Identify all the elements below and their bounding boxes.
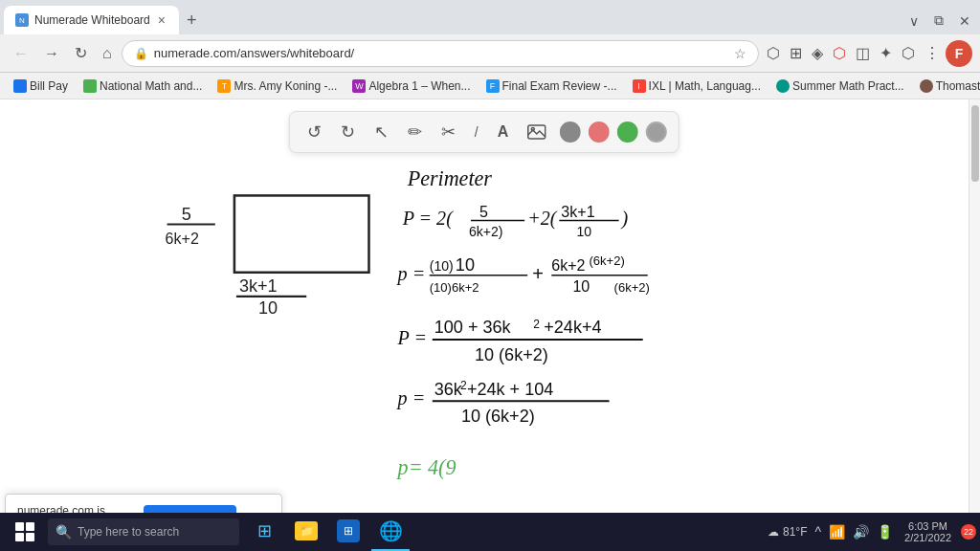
clock-time: 6:03 PM [908, 520, 947, 532]
svg-text:(10): (10) [430, 258, 454, 274]
svg-text:P = 2(: P = 2( [402, 208, 455, 230]
bookmark-summer-math[interactable]: Summer Math Pract... [770, 77, 910, 95]
weather-widget[interactable]: ☁ 81°F [768, 525, 807, 539]
undo-button[interactable]: ↺ [301, 118, 327, 146]
browser-toolbar-icons: ⬡ ⊞ ◈ ⬡ ◫ ✦ ⬡ ⋮ F [763, 40, 972, 67]
svg-text:6k+2): 6k+2) [469, 224, 503, 239]
new-tab-button[interactable]: + [179, 6, 205, 34]
whiteboard[interactable]: ↺ ↻ ↖ ✏ ✂ / A [0, 99, 969, 551]
ext1-button[interactable]: ✦ [876, 40, 896, 66]
bookmark-thomastik[interactable]: Thomastik-Infeld C... [914, 77, 980, 95]
bookmark-label: Final Exam Review -... [502, 79, 617, 93]
svg-text:36k: 36k [434, 380, 463, 399]
more-button[interactable]: ⋮ [921, 40, 944, 66]
svg-text:10: 10 [258, 298, 278, 318]
start-button[interactable] [4, 513, 46, 551]
bookmark-label: Bill Pay [30, 79, 68, 93]
tray-expand-icon[interactable]: ^ [813, 522, 823, 541]
taskbar-search[interactable]: 🔍 Type here to search [48, 518, 239, 545]
tab-close-window-button[interactable]: ✕ [953, 11, 976, 31]
tab-bar: N Numerade Whiteboard × + ∨ ⧉ ✕ [0, 0, 980, 34]
refresh-button[interactable]: ↻ [69, 40, 93, 66]
downloads-button[interactable]: ⊞ [786, 40, 806, 66]
taskbar-app-explorer[interactable]: 📁 [287, 513, 325, 551]
clock-date: 2/21/2022 [904, 532, 951, 543]
ext2-button[interactable]: ⬡ [898, 40, 919, 66]
svg-rect-2 [234, 195, 369, 272]
color-gray[interactable] [560, 121, 581, 143]
bookmark-algebra[interactable]: W Algebra 1 – When... [346, 77, 476, 95]
acrobat-button[interactable]: ⬡ [829, 40, 850, 66]
taskbar-app-store[interactable]: ⊞ [329, 513, 368, 551]
bookmark-favicon: F [486, 79, 500, 93]
url-bar[interactable]: 🔒 numerade.com/answers/whiteboard/ ☆ [122, 40, 759, 67]
tab-title: Numerade Whiteboard [34, 13, 150, 27]
color-red[interactable] [589, 121, 610, 143]
eraser-tool-button[interactable]: ✂ [435, 118, 461, 146]
bookmark-star-button[interactable]: ☆ [734, 46, 746, 61]
svg-text:+: + [532, 263, 544, 284]
network-icon[interactable]: 📶 [827, 522, 847, 541]
profile-button[interactable]: F [946, 40, 972, 67]
color-green[interactable] [617, 121, 638, 143]
tab-close-button[interactable]: × [156, 11, 167, 30]
shield-button[interactable]: ◈ [808, 40, 827, 66]
chrome-icon: 🌐 [379, 519, 402, 542]
save-button[interactable]: ◫ [852, 40, 874, 66]
battery-icon[interactable]: 🔋 [875, 522, 895, 541]
svg-text:2: 2 [460, 379, 467, 392]
bookmark-final-exam[interactable]: F Final Exam Review -... [480, 77, 623, 95]
bookmark-favicon: I [633, 79, 646, 93]
back-button[interactable]: ← [8, 41, 34, 66]
bookmark-national-math[interactable]: National Math and... [78, 77, 208, 95]
bookmark-billpay[interactable]: Bill Pay [8, 77, 74, 95]
select-tool-button[interactable]: ↖ [368, 118, 394, 146]
svg-text:p =: p = [396, 263, 426, 285]
bookmark-amy-koning[interactable]: T Mrs. Amy Koning -... [212, 77, 343, 95]
home-button[interactable]: ⌂ [97, 41, 118, 66]
text-tool-button[interactable]: A [492, 120, 515, 144]
bookmark-label: IXL | Math, Languag... [649, 79, 761, 93]
secure-icon: 🔒 [134, 47, 148, 60]
bookmark-ixl[interactable]: I IXL | Math, Languag... [627, 77, 767, 95]
windows-logo-icon [15, 522, 34, 541]
active-tab[interactable]: N Numerade Whiteboard × [4, 6, 179, 34]
tab-restore-button[interactable]: ⧉ [928, 11, 949, 31]
address-bar: ← → ↻ ⌂ 🔒 numerade.com/answers/whiteboar… [0, 34, 980, 73]
svg-text:+2(: +2( [527, 208, 558, 230]
scroll-thumb[interactable] [971, 105, 979, 182]
taskbar: 🔍 Type here to search ⊞ 📁 ⊞ 🌐 ☁ 81°F ^ 📶… [0, 513, 980, 551]
svg-text:10: 10 [456, 255, 475, 275]
bookmark-favicon: W [352, 79, 366, 93]
redo-button[interactable]: ↻ [335, 118, 361, 146]
volume-icon[interactable]: 🔊 [851, 522, 871, 541]
bookmark-favicon [83, 79, 97, 93]
extensions-button[interactable]: ⬡ [763, 40, 784, 66]
pen-tool-button[interactable]: / [469, 121, 484, 143]
scrollbar[interactable] [969, 99, 980, 551]
weather-icon: ☁ [768, 525, 779, 539]
svg-text:5: 5 [479, 203, 488, 220]
clock-area[interactable]: 6:03 PM 2/21/2022 [901, 520, 955, 543]
svg-text:P =: P = [397, 327, 427, 348]
color-light-gray[interactable] [646, 121, 667, 143]
svg-text:+24k+4: +24k+4 [544, 318, 601, 337]
task-view-icon: ⊞ [253, 519, 276, 542]
taskbar-app-taskview[interactable]: ⊞ [245, 513, 283, 551]
draw-tool-button[interactable]: ✏ [402, 118, 428, 146]
svg-text:10 (6k+2): 10 (6k+2) [461, 407, 535, 426]
notification-badge[interactable]: 22 [961, 524, 976, 540]
svg-text:6k+2: 6k+2 [551, 256, 585, 274]
browser-frame: N Numerade Whiteboard × + ∨ ⧉ ✕ ← → ↻ ⌂ … [0, 0, 980, 551]
svg-text:Perimeter: Perimeter [407, 166, 493, 190]
taskbar-app-chrome[interactable]: 🌐 [371, 513, 410, 551]
taskbar-apps: ⊞ 📁 ⊞ 🌐 [245, 513, 410, 551]
svg-text:10 (6k+2): 10 (6k+2) [475, 345, 548, 364]
whiteboard-toolbar: ↺ ↻ ↖ ✏ ✂ / A [289, 111, 679, 153]
tab-minimize-button[interactable]: ∨ [903, 11, 924, 31]
image-tool-button[interactable] [522, 121, 552, 143]
forward-button[interactable]: → [38, 41, 65, 66]
tab-favicon: N [15, 13, 29, 27]
bookmark-label: National Math and... [100, 79, 202, 93]
svg-text:3k+1: 3k+1 [239, 276, 278, 296]
